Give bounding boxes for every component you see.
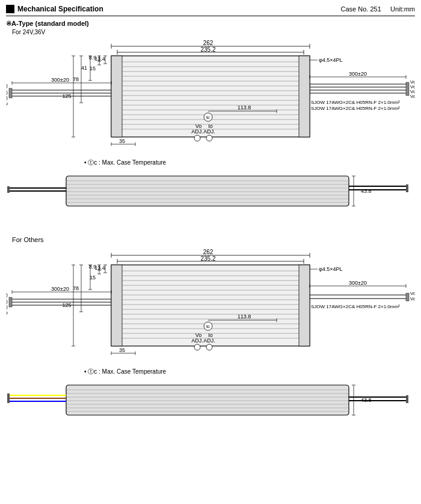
diagram-a-top: 262 235.2 bbox=[6, 39, 415, 156]
svg-text:SJOW 17AWG×3C & H05RN-F 3×1.0m: SJOW 17AWG×3C & H05RN-F 3×1.0mm² bbox=[6, 311, 8, 317]
diagram-others-svg: 262 235.2 bbox=[6, 248, 415, 365]
svg-text:43.8: 43.8 bbox=[361, 397, 372, 403]
svg-point-169 bbox=[206, 344, 212, 350]
svg-point-58 bbox=[194, 135, 200, 141]
temp-note-a: • ⓣc : Max. Case Temperature bbox=[84, 159, 415, 167]
svg-text:FG⊕(Green/Yellow): FG⊕(Green/Yellow) bbox=[6, 292, 8, 297]
svg-text:φ4.5×4PL: φ4.5×4PL bbox=[319, 266, 343, 272]
svg-text:AC/L(Brown): AC/L(Brown) bbox=[6, 90, 8, 95]
svg-point-59 bbox=[206, 135, 212, 141]
svg-text:AC/N(Blue): AC/N(Blue) bbox=[6, 304, 8, 309]
svg-text:35: 35 bbox=[119, 138, 125, 144]
section-a-label: ※A-Type (standard model) bbox=[6, 20, 415, 28]
svg-rect-136 bbox=[299, 265, 310, 346]
title-text: Mechanical Specification bbox=[17, 5, 103, 13]
svg-rect-93 bbox=[66, 176, 349, 206]
svg-text:tc: tc bbox=[206, 324, 210, 329]
section-a-voltage: For 24V,36V bbox=[12, 29, 415, 35]
case-no: Case No. 251 bbox=[341, 5, 381, 13]
svg-point-168 bbox=[194, 344, 200, 350]
svg-text:SJOW 17AWG×2C& H05RN-F 2×1.0mm: SJOW 17AWG×2C& H05RN-F 2×1.0mm² bbox=[311, 304, 400, 309]
svg-text:φ4.5×4PL: φ4.5×4PL bbox=[319, 57, 343, 63]
svg-text:Vo+(Brown): Vo+(Brown) bbox=[410, 291, 415, 296]
svg-rect-179 bbox=[9, 297, 12, 307]
svg-text:Vo-(Blue): Vo-(Blue) bbox=[410, 296, 415, 302]
header-title: Mechanical Specification bbox=[6, 5, 103, 13]
svg-text:78: 78 bbox=[73, 285, 79, 291]
profile-a: 43.8 bbox=[6, 173, 415, 215]
for-others-label: For Others bbox=[12, 236, 415, 243]
svg-rect-69 bbox=[9, 88, 12, 98]
svg-text:235.2: 235.2 bbox=[200, 46, 215, 53]
svg-text:Vo+(Blue): Vo+(Blue) bbox=[410, 94, 415, 99]
svg-rect-24 bbox=[111, 56, 122, 137]
svg-text:SJOW 17AWG×3C & H05RN-F 3×1.0m: SJOW 17AWG×3C & H05RN-F 3×1.0mm² bbox=[6, 102, 8, 108]
svg-text:262: 262 bbox=[203, 40, 214, 46]
svg-text:AC/N(Blue): AC/N(Blue) bbox=[6, 95, 8, 100]
temp-note-others: • ⓣc : Max. Case Temperature bbox=[84, 368, 415, 376]
svg-text:300±20: 300±20 bbox=[51, 286, 69, 292]
svg-text:300±20: 300±20 bbox=[349, 71, 367, 77]
svg-text:ADJ.: ADJ. bbox=[203, 338, 215, 344]
svg-text:235.2: 235.2 bbox=[200, 255, 215, 262]
svg-text:8.9: 8.9 bbox=[89, 55, 97, 61]
svg-text:ADJ.: ADJ. bbox=[191, 338, 203, 344]
svg-text:SJOW 17AWG×2C& H05RN-F 2×1.0mm: SJOW 17AWG×2C& H05RN-F 2×1.0mm² bbox=[311, 100, 400, 105]
svg-text:SJOW 17AWG×2C& H05RN-F 2×1.0mm: SJOW 17AWG×2C& H05RN-F 2×1.0mm² bbox=[311, 106, 400, 111]
diagram-a-svg: 262 235.2 bbox=[6, 39, 415, 156]
svg-rect-25 bbox=[299, 56, 310, 137]
spacer-1 bbox=[6, 215, 415, 233]
svg-text:43.8: 43.8 bbox=[361, 188, 372, 194]
header-right: Case No. 251 Unit:mm bbox=[341, 5, 416, 13]
unit: Unit:mm bbox=[390, 5, 415, 13]
svg-text:8.9: 8.9 bbox=[89, 264, 97, 270]
page: Mechanical Specification Case No. 251 Un… bbox=[0, 0, 421, 504]
svg-rect-106 bbox=[406, 184, 408, 192]
diagram-others-top: 262 235.2 bbox=[6, 248, 415, 365]
svg-text:AC/L(Brown): AC/L(Brown) bbox=[6, 299, 8, 304]
svg-text:300±20: 300±20 bbox=[51, 77, 69, 83]
svg-text:113.8: 113.8 bbox=[238, 314, 251, 320]
svg-text:tc: tc bbox=[206, 115, 210, 120]
svg-rect-212 bbox=[406, 395, 408, 403]
svg-text:300±20: 300±20 bbox=[349, 280, 367, 286]
svg-text:113.8: 113.8 bbox=[238, 105, 251, 111]
header: Mechanical Specification Case No. 251 Un… bbox=[6, 5, 415, 16]
svg-text:41: 41 bbox=[81, 65, 87, 71]
svg-rect-135 bbox=[111, 265, 122, 346]
svg-text:ADJ.: ADJ. bbox=[191, 129, 203, 135]
svg-rect-198 bbox=[66, 385, 349, 415]
svg-text:FG⊕(Green/Yellow): FG⊕(Green/Yellow) bbox=[6, 83, 8, 88]
profile-others: 43.8 bbox=[6, 382, 415, 424]
square-icon bbox=[6, 5, 14, 13]
svg-text:35: 35 bbox=[119, 347, 125, 353]
svg-text:15: 15 bbox=[90, 65, 96, 71]
profile-a-svg: 43.8 bbox=[6, 173, 415, 215]
profile-others-svg: 43.8 bbox=[6, 382, 415, 424]
svg-text:ADJ.: ADJ. bbox=[203, 129, 215, 135]
svg-rect-209 bbox=[7, 393, 10, 403]
svg-text:15: 15 bbox=[90, 275, 96, 281]
svg-rect-82 bbox=[406, 82, 409, 96]
svg-rect-103 bbox=[7, 186, 10, 193]
svg-rect-190 bbox=[406, 293, 409, 301]
svg-text:78: 78 bbox=[73, 76, 79, 82]
svg-text:262: 262 bbox=[203, 249, 214, 255]
